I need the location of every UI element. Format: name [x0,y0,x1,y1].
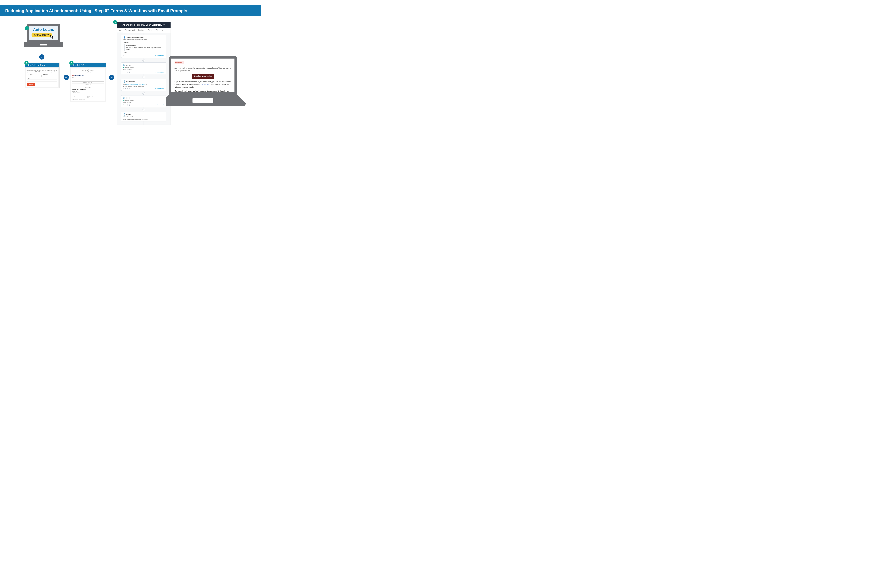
person-icon: 👤 [123,36,125,39]
last-name-input[interactable] [43,75,57,77]
email-us-link[interactable]: email us [202,84,208,85]
card-action-icons[interactable]: ✎ ✚ ⎘ 🗑 [123,72,131,73]
show-details-link[interactable]: ⊕ Show details [156,72,164,73]
step-progress-dots: ●→●→● [72,72,104,73]
purpose-option[interactable]: REFINANCE [72,86,104,88]
workflow-panel: Abandoned Personal Loan Workflow ✎ ons S… [117,22,171,125]
step1-header: Step 1: LOS [70,63,106,67]
add-step-icon[interactable]: + [142,59,145,62]
purpose-option[interactable]: PURCHASE [72,84,104,86]
send-email-card[interactable]: ✉2. Send email Send Email #1 Abandoned P… [121,79,166,91]
new-or-used-label: Is this a new or used vehicle? * [72,94,104,96]
email-body: First name , Are you ready to complete y… [169,56,237,94]
radio-new[interactable]: New [72,96,88,98]
add-step-icon[interactable]: + [142,109,145,111]
delay-7am-card[interactable]: ⏱4. Delay ● 1 contact in action Delay un… [121,112,166,121]
cursor-icon [49,34,55,41]
car-icon: 🚗 [72,75,74,76]
arrow-down-icon: ↓ [39,54,45,60]
page-title: Reducing Application Abandonment: Using … [0,5,261,16]
show-details-link[interactable]: ⊕ Show details [156,55,164,56]
select-purpose-label: Select a purpose* [72,77,104,79]
clock-icon: ⏱ [123,97,125,99]
email-preview-laptop: First name , Are you ready to complete y… [169,56,237,107]
laptop-base [169,94,237,107]
step0-lead-form-panel: Step 0: Lead Form Congrats! You're one s… [25,63,60,88]
workflow-title-bar: Abandoned Personal Loan Workflow ✎ [117,22,171,28]
auto-loans-laptop: Auto Loans APPLY TODAY [27,24,60,47]
delay-1d-card[interactable]: ⏱3. Delay ● 1 contact in action Delay fo… [121,95,166,107]
mail-icon: ✉ [123,81,125,82]
arrow-right-icon: → [109,75,114,80]
add-step-icon[interactable]: + [142,76,145,78]
trigger-subtext: Enroll contacts when they meet these fil… [123,39,164,40]
step-badge-4: 4 [113,20,117,24]
firstname-token: First name [175,61,184,64]
card-action-icons[interactable]: ✎ ✚ ⎘ 🗑 [123,104,131,106]
first-name-input[interactable] [27,75,42,77]
purpose-option[interactable]: CONSOLIDATION [72,79,104,81]
email-p2: Or, if you have questions about your app… [175,81,231,88]
submit-button[interactable]: Submit [27,83,35,86]
step-badge-2: 2 [24,61,28,65]
laptop-base [24,42,63,47]
vehicle-loan-heading: 🚗 Vehicle Loan [72,75,104,76]
step0-intro-text: Congrats! You're one step closer to fina… [27,69,57,73]
apply-today-button[interactable]: APPLY TODAY [31,33,52,37]
add-step-icon[interactable]: + [142,92,145,94]
tab-settings[interactable]: Settings and notifications [123,28,146,33]
trigger-group: Group 1 Form submission • has filled out… [123,41,164,54]
pencil-icon[interactable]: ✎ [163,24,165,26]
tab-goals[interactable]: Goals [146,28,154,33]
provide-loan-info-label: Provide loan information [72,89,104,90]
step-badge-3: 3 [69,61,73,65]
card-action-icons[interactable]: ⎘ [123,55,124,56]
tab-changes[interactable]: Changes [154,28,165,33]
step-badge-1: 1 [25,26,29,30]
show-details-link[interactable]: ⊕ Show details [156,104,164,106]
last-name-label: Last name * [43,74,57,75]
apply-in-steps: Apply in3Steps [72,69,104,72]
radio-used[interactable]: Used [88,96,104,98]
step0-header: Step 0: Lead Form [25,63,59,67]
auto-loans-heading: Auto Loans [30,27,57,32]
tab-actions[interactable]: ons [117,28,123,33]
diagram-canvas: 1 2 3 4 ↓ → → Auto Loans APPLY TODAY Ste… [0,16,261,146]
email-p1: Are you ready to complete your membershi… [175,67,231,72]
workflow-tabs: ons Settings and notifications Goals Cha… [117,28,171,33]
purpose-option[interactable]: LEASE BUYOUT [72,81,104,84]
show-details-link[interactable]: ⊕ Show details [156,88,164,89]
email-input[interactable] [27,79,57,82]
step1-los-panel: Step 1: LOS Apply in3Steps ●→●→● 🚗 Vehic… [70,63,106,102]
email-link[interactable]: Email #1 Abandoned Personal Loan [126,84,146,85]
card-action-icons[interactable]: ✎ ✚ ⎘ 🗑 [123,88,131,89]
delay-2h-card[interactable]: ⏱1. Delay ● 1 contact in action Delay fo… [121,62,166,75]
vehicle-type-select[interactable]: - Please Select - [72,92,104,94]
clock-icon: ⏱ [123,64,125,66]
trigger-card[interactable]: 👤Contact enrollment trigger Enroll conta… [121,35,166,58]
make-model-label: Do you know the Make and Model? * [72,99,104,100]
email-label: Email [27,78,57,79]
clock-icon: ⏱ [123,114,125,115]
email-p3: Did you already open a checking or savin… [175,90,231,94]
first-name-label: First name * [27,74,42,75]
clicking-here-link[interactable]: clicking here [182,93,193,94]
arrow-right-icon: → [64,75,69,80]
continue-application-button[interactable]: Continue Application [192,74,214,79]
